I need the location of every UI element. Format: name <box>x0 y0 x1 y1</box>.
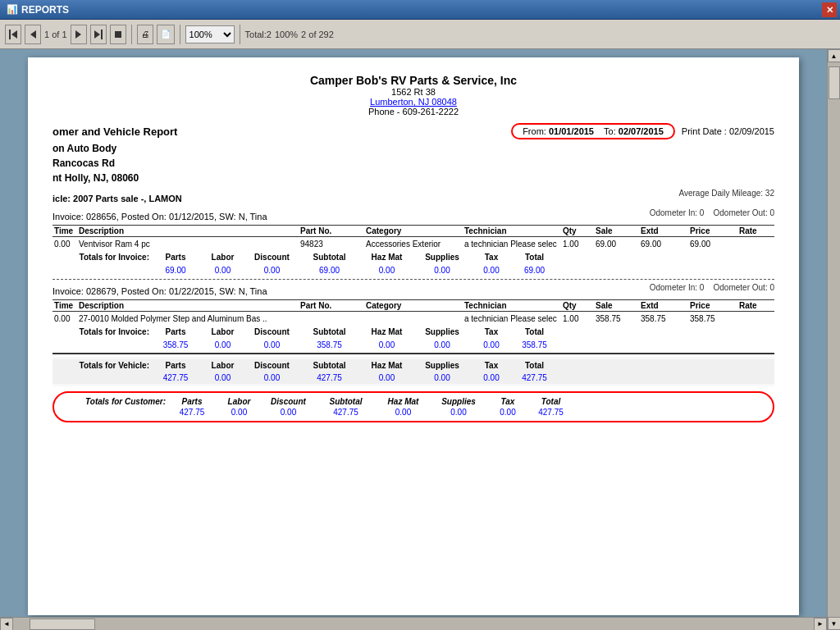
export-button[interactable]: 📄 <box>157 25 175 44</box>
scroll-down-button[interactable]: ▼ <box>828 617 841 630</box>
company-header: Camper Bob's RV Parts & Service, Inc 156… <box>52 74 774 116</box>
invoice-1-totals-values: 69.00 0.00 0.00 69.00 0.00 0.00 0.00 69.… <box>52 265 774 276</box>
scroll-thumb-v[interactable] <box>829 66 840 99</box>
nav-next-button[interactable] <box>71 25 87 44</box>
zoom-label: 100% <box>275 30 298 39</box>
vehicle-row: icle: 2007 Parts sale -, LAMON Average D… <box>52 189 774 205</box>
scrollbar-vertical[interactable]: ▲ ▼ <box>827 49 840 630</box>
from-date: 01/01/2015 <box>549 126 594 136</box>
stop-button[interactable] <box>110 25 126 44</box>
customer-totals-headers: Totals for Customer: Parts Labor Discoun… <box>61 396 766 407</box>
customer-city: nt Holly, NJ, 08060 <box>52 172 774 184</box>
title-bar-text: REPORTS <box>21 4 69 16</box>
company-city: Lumberton, NJ 08048 <box>52 97 774 107</box>
company-phone: Phone - 609-261-2222 <box>52 107 774 116</box>
invoice-1: Invoice: 028656, Posted On: 01/12/2015, … <box>52 208 774 276</box>
vehicle-info: icle: 2007 Parts sale -, LAMON <box>52 194 182 203</box>
main-area: Camper Bob's RV Parts & Service, Inc 156… <box>0 49 840 630</box>
scroll-up-button[interactable]: ▲ <box>828 49 841 62</box>
report-header-row: omer and Vehicle Report From: 01/01/2015… <box>52 123 774 139</box>
report-title: omer and Vehicle Report <box>52 126 177 138</box>
line-item-1-1: 0.00 Ventvisor Ram 4 pc 94823 Accessorie… <box>52 239 774 249</box>
invoice-1-totals-headers: Totals for Invoice: Parts Labor Discount… <box>52 252 774 262</box>
customer-totals-values: 427.75 0.00 0.00 427.75 0.00 0.00 0.00 4… <box>61 407 766 418</box>
to-date: 02/07/2015 <box>619 126 664 136</box>
page-info: 1 of 1 <box>44 30 67 39</box>
nav-prev-button[interactable] <box>25 25 41 44</box>
separator-1 <box>131 25 132 44</box>
close-button[interactable]: ✕ <box>822 2 837 17</box>
zoom-select[interactable]: 100% 50% 75% 125% 150% <box>185 25 235 43</box>
scroll-track-h[interactable] <box>13 618 814 630</box>
customer-address: Rancocas Rd <box>52 158 774 169</box>
company-name: Camper Bob's RV Parts & Service, Inc <box>52 74 774 87</box>
print-button[interactable]: 🖨 <box>137 25 153 44</box>
to-label: To: <box>604 126 616 136</box>
print-date: Print Date : 02/09/2015 <box>682 126 774 136</box>
report-area: Camper Bob's RV Parts & Service, Inc 156… <box>0 49 827 630</box>
separator-2 <box>180 25 180 44</box>
col-headers-2: Time Description Part No. Category Techn… <box>52 299 774 312</box>
vehicle-totals-values: 427.75 0.00 0.00 427.75 0.00 0.00 0.00 4… <box>52 372 774 384</box>
page-count: 2 of 292 <box>301 30 334 39</box>
customer-totals-section: Totals for Customer: Parts Labor Discoun… <box>52 391 774 422</box>
scroll-track-v[interactable] <box>828 62 840 617</box>
invoice-1-header: Invoice: 028656, Posted On: 01/12/2015, … <box>52 212 267 221</box>
invoice-2-totals-headers: Totals for Invoice: Parts Labor Discount… <box>52 326 774 337</box>
nav-first-button[interactable] <box>5 25 21 44</box>
divider-solid <box>52 353 774 354</box>
from-label: From: <box>523 126 546 136</box>
scroll-thumb-h[interactable] <box>30 619 95 630</box>
separator-3 <box>240 25 240 44</box>
scroll-left-button[interactable]: ◄ <box>0 618 13 631</box>
app-icon: 📊 <box>7 4 18 15</box>
vehicle-totals-headers: Totals for Vehicle: Parts Labor Discount… <box>52 359 774 372</box>
title-bar: 📊 REPORTS ✕ <box>0 0 840 20</box>
customer-name: on Auto Body <box>52 143 774 154</box>
toolbar: 1 of 1 🖨 📄 100% 50% 75% 125% 150% Total:… <box>0 20 840 49</box>
col-headers-1: Time Description Part No. Category Techn… <box>52 225 774 237</box>
vehicle-totals-section: Totals for Vehicle: Parts Labor Discount… <box>52 357 774 386</box>
document: Camper Bob's RV Parts & Service, Inc 156… <box>28 57 799 615</box>
invoice-2-totals-values: 358.75 0.00 0.00 358.75 0.00 0.00 0.00 3… <box>52 340 774 350</box>
date-range-oval: From: 01/01/2015 To: 02/07/2015 <box>511 123 675 139</box>
avg-mileage: Average Daily Mileage: 32 <box>678 189 774 205</box>
divider-1 <box>52 279 774 280</box>
nav-last-button[interactable] <box>90 25 107 44</box>
invoice-2: Invoice: 028679, Posted On: 01/22/2015, … <box>52 283 774 350</box>
line-item-2-1: 0.00 27-0010 Molded Polymer Step and Alu… <box>52 313 774 324</box>
invoice-2-odo: Odometer In: 0 Odometer Out: 0 <box>650 283 774 298</box>
scrollbar-horizontal[interactable]: ◄ ► <box>0 617 827 630</box>
total-label: Total:2 <box>245 30 272 39</box>
company-address: 1562 Rt 38 <box>52 87 774 97</box>
invoice-2-header: Invoice: 028679, Posted On: 01/22/2015, … <box>52 286 267 296</box>
scroll-right-button[interactable]: ► <box>814 618 827 631</box>
invoice-1-odo: Odometer In: 0 Odometer Out: 0 <box>650 208 774 223</box>
